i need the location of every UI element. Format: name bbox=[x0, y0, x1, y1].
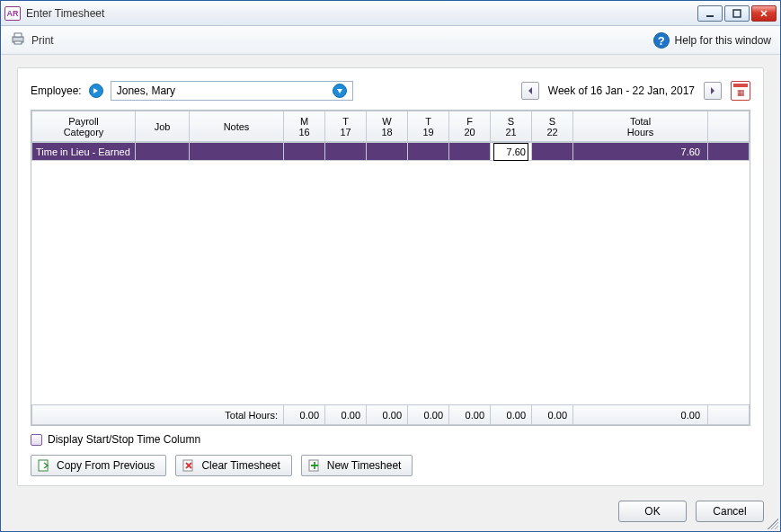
col-day-tue[interactable]: T17 bbox=[325, 111, 367, 142]
clear-timesheet-button[interactable]: Clear Timesheet bbox=[175, 455, 291, 476]
cancel-button[interactable]: Cancel bbox=[696, 501, 764, 522]
footer-spacer bbox=[708, 405, 750, 425]
action-buttons-row: Copy From Previous Clear Timesheet New T… bbox=[31, 455, 750, 476]
cell-fri[interactable] bbox=[449, 143, 491, 161]
calendar-icon: ▦ bbox=[737, 88, 745, 97]
print-label: Print bbox=[31, 34, 54, 47]
col-total-hours[interactable]: Total Hours bbox=[573, 111, 708, 142]
footer-thu: 0.00 bbox=[408, 405, 449, 425]
employee-field[interactable]: Jones, Mary bbox=[111, 81, 353, 101]
display-startstop-label: Display Start/Stop Time Column bbox=[48, 433, 200, 446]
options-row: Display Start/Stop Time Column bbox=[31, 433, 750, 446]
cell-row-total: 7.60 bbox=[573, 143, 708, 161]
col-notes[interactable]: Notes bbox=[190, 111, 284, 142]
footer-total-label: Total Hours: bbox=[32, 405, 284, 425]
week-range-text: Week of 16 Jan - 22 Jan, 2017 bbox=[548, 84, 695, 97]
col-job[interactable]: Job bbox=[136, 111, 190, 142]
footer-tue: 0.00 bbox=[325, 405, 367, 425]
svg-rect-4 bbox=[14, 41, 22, 44]
employee-dropdown-icon[interactable] bbox=[333, 84, 347, 98]
svg-rect-1 bbox=[733, 10, 741, 17]
cell-notes[interactable] bbox=[190, 143, 284, 161]
ok-button[interactable]: OK bbox=[618, 501, 687, 522]
print-button[interactable]: Print bbox=[10, 31, 54, 49]
clear-label: Clear Timesheet bbox=[201, 459, 280, 472]
footer-mon: 0.00 bbox=[284, 405, 325, 425]
new-timesheet-button[interactable]: New Timesheet bbox=[301, 455, 413, 476]
cell-payroll-category[interactable]: Time in Lieu - Earned bbox=[32, 143, 136, 161]
copy-label: Copy From Previous bbox=[57, 459, 155, 472]
print-icon bbox=[10, 31, 26, 49]
content-panel: Employee: Jones, Mary Week of 16 Jan - 2… bbox=[17, 67, 764, 486]
new-icon bbox=[307, 458, 322, 473]
employee-value: Jones, Mary bbox=[117, 84, 175, 97]
employee-label: Employee: bbox=[31, 84, 82, 97]
col-day-mon[interactable]: M16 bbox=[284, 111, 325, 142]
footer-grand-total: 0.00 bbox=[573, 405, 708, 425]
svg-rect-0 bbox=[706, 15, 714, 17]
prev-week-button[interactable] bbox=[521, 82, 539, 100]
footer-sun: 0.00 bbox=[532, 405, 573, 425]
footer-sat: 0.00 bbox=[491, 405, 532, 425]
new-label: New Timesheet bbox=[327, 459, 402, 472]
next-week-button[interactable] bbox=[704, 82, 722, 100]
help-link[interactable]: ? Help for this window bbox=[653, 32, 771, 49]
grid-footer-table: Total Hours: 0.00 0.00 0.00 0.00 0.00 0.… bbox=[31, 404, 750, 425]
grid-header-table: Payroll Category Job Notes M16 T17 W18 T… bbox=[31, 111, 750, 142]
cell-tue[interactable] bbox=[325, 143, 367, 161]
hours-input[interactable] bbox=[494, 144, 528, 160]
col-day-fri[interactable]: F20 bbox=[449, 111, 491, 142]
cell-mon[interactable] bbox=[284, 143, 325, 161]
cell-sat-editing[interactable] bbox=[491, 143, 532, 161]
minimize-button[interactable] bbox=[697, 5, 723, 22]
table-row[interactable]: Time in Lieu - Earned 7.60 bbox=[32, 143, 750, 161]
footer-wed: 0.00 bbox=[367, 405, 408, 425]
copy-from-previous-button[interactable]: Copy From Previous bbox=[31, 455, 166, 476]
maximize-button[interactable] bbox=[724, 5, 750, 22]
window-buttons bbox=[697, 5, 777, 22]
window-title: Enter Timesheet bbox=[26, 7, 697, 20]
cell-thu[interactable] bbox=[408, 143, 449, 161]
display-startstop-checkbox[interactable] bbox=[31, 434, 42, 446]
col-day-wed[interactable]: W18 bbox=[367, 111, 408, 142]
app-icon: AR bbox=[4, 6, 21, 21]
col-day-sat[interactable]: S21 bbox=[491, 111, 532, 142]
col-payroll-category[interactable]: Payroll Category bbox=[32, 111, 136, 142]
dialog-footer: OK Cancel bbox=[1, 493, 780, 531]
copy-icon bbox=[37, 458, 51, 473]
svg-rect-3 bbox=[14, 33, 22, 37]
titlebar: AR Enter Timesheet bbox=[1, 1, 780, 26]
clear-icon bbox=[182, 458, 196, 473]
filter-row: Employee: Jones, Mary Week of 16 Jan - 2… bbox=[31, 81, 750, 101]
col-day-sun[interactable]: S22 bbox=[532, 111, 573, 142]
timesheet-grid: Payroll Category Job Notes M16 T17 W18 T… bbox=[31, 110, 750, 426]
footer-fri: 0.00 bbox=[449, 405, 491, 425]
window: AR Enter Timesheet Print ? Help for this… bbox=[0, 0, 781, 532]
cell-wed[interactable] bbox=[367, 143, 408, 161]
cell-spacer bbox=[708, 143, 750, 161]
col-day-thu[interactable]: T19 bbox=[408, 111, 449, 142]
calendar-button[interactable]: ▦ bbox=[731, 81, 750, 101]
col-spacer bbox=[708, 111, 750, 142]
week-navigation: Week of 16 Jan - 22 Jan, 2017 ▦ bbox=[521, 81, 750, 101]
toolbar: Print ? Help for this window bbox=[1, 26, 780, 55]
grid-body[interactable]: Time in Lieu - Earned 7.60 bbox=[31, 142, 750, 404]
employee-picker-icon[interactable] bbox=[89, 84, 103, 98]
cell-job[interactable] bbox=[136, 143, 190, 161]
cell-sun[interactable] bbox=[532, 143, 573, 161]
close-button[interactable] bbox=[751, 5, 777, 22]
resize-grip[interactable] bbox=[768, 519, 778, 529]
svg-rect-5 bbox=[39, 460, 48, 471]
help-icon: ? bbox=[653, 32, 670, 49]
help-label: Help for this window bbox=[675, 34, 771, 47]
